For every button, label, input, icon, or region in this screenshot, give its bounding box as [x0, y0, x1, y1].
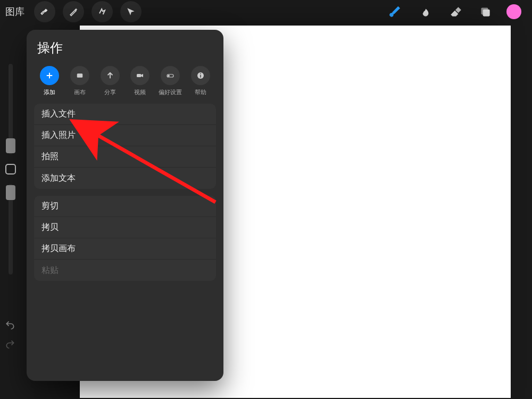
svg-rect-1: [483, 10, 490, 16]
gallery-button[interactable]: 图库: [5, 5, 27, 18]
tab-label: 分享: [104, 88, 116, 96]
opacity-thumb[interactable]: [6, 185, 15, 200]
item-copy[interactable]: 拷贝: [34, 217, 216, 238]
panel-title: 操作: [34, 39, 216, 56]
plus-icon: [40, 66, 59, 85]
toggle-icon: [161, 66, 180, 85]
list-group-clipboard: 剪切 拷贝 拷贝画布 粘贴: [34, 196, 216, 281]
tab-share[interactable]: 分享: [96, 66, 124, 96]
panel-list: 插入文件 插入照片 拍照 添加文本 剪切 拷贝 拷贝画布 粘贴: [34, 104, 216, 286]
smudge-icon[interactable]: [417, 3, 434, 20]
info-icon: [191, 66, 210, 85]
svg-point-5: [168, 75, 170, 77]
rect-icon: [70, 66, 89, 85]
redo-button[interactable]: [3, 337, 17, 351]
tab-help[interactable]: 帮助: [186, 66, 215, 96]
tab-prefs[interactable]: 偏好设置: [156, 66, 185, 96]
brush-icon[interactable]: [387, 3, 404, 20]
actions-panel: 操作 添加 画布 分享 视频: [27, 30, 223, 381]
selection-icon[interactable]: [92, 1, 113, 22]
color-picker-button[interactable]: [506, 4, 521, 19]
item-take-photo[interactable]: 拍照: [34, 146, 216, 168]
item-insert-photo[interactable]: 插入照片: [34, 125, 216, 146]
toolbar-left-group: 图库: [5, 1, 142, 22]
eraser-icon[interactable]: [447, 3, 464, 20]
svg-rect-3: [137, 74, 141, 77]
item-insert-file[interactable]: 插入文件: [34, 104, 216, 125]
item-add-text[interactable]: 添加文本: [34, 168, 216, 189]
undo-button[interactable]: [3, 318, 17, 332]
toolbar-right-group: [387, 3, 527, 20]
list-group-insert: 插入文件 插入照片 拍照 添加文本: [34, 104, 216, 189]
panel-tabs: 添加 画布 分享 视频 偏好设置: [34, 66, 216, 96]
top-toolbar: 图库: [0, 0, 532, 23]
item-paste: 粘贴: [34, 260, 216, 281]
tab-label: 偏好设置: [159, 88, 182, 96]
tab-video[interactable]: 视频: [126, 66, 154, 96]
item-cut[interactable]: 剪切: [34, 196, 216, 217]
up-arrow-icon: [101, 66, 120, 85]
tab-label: 画布: [74, 88, 86, 96]
layers-icon[interactable]: [477, 3, 494, 20]
tab-add[interactable]: 添加: [35, 66, 64, 96]
tab-label: 视频: [134, 88, 146, 96]
tab-canvas[interactable]: 画布: [65, 66, 94, 96]
video-icon: [130, 66, 149, 85]
tab-label: 添加: [44, 88, 55, 96]
svg-rect-7: [200, 75, 201, 78]
brush-shape-button[interactable]: [5, 164, 16, 174]
magic-wand-icon[interactable]: [63, 1, 84, 22]
opacity-slider[interactable]: [9, 184, 13, 275]
tab-label: 帮助: [195, 88, 206, 96]
move-icon[interactable]: [120, 1, 142, 22]
wrench-icon[interactable]: [34, 1, 55, 22]
brush-size-thumb[interactable]: [6, 138, 15, 153]
side-sliders: [4, 64, 17, 275]
svg-rect-8: [200, 73, 201, 74]
undo-redo-group: [3, 318, 17, 351]
item-copy-canvas[interactable]: 拷贝画布: [34, 238, 216, 260]
brush-size-slider[interactable]: [9, 64, 13, 154]
svg-rect-2: [77, 73, 83, 78]
